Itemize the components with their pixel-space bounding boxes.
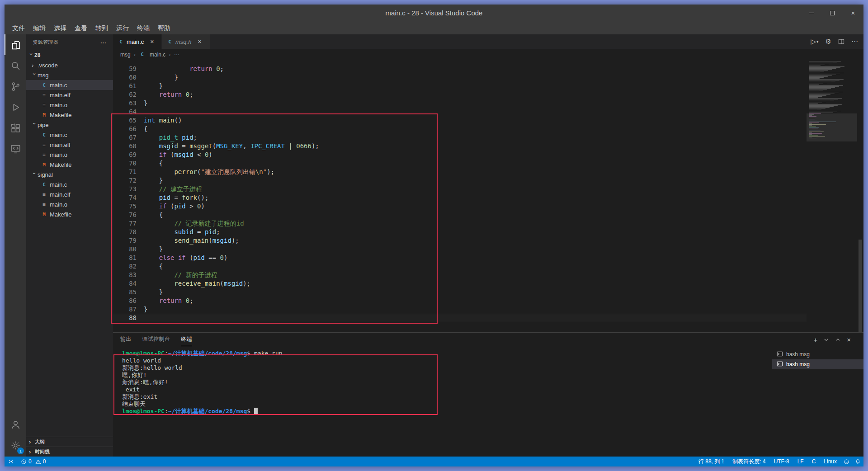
close-panel-icon[interactable]: × <box>847 336 851 344</box>
code-line-86[interactable]: 86 return 0; <box>113 297 807 305</box>
file-main.c[interactable]: Cmain.c <box>26 179 113 189</box>
code-line-79[interactable]: 79 send_main(msgid); <box>113 236 807 245</box>
folder-pipe[interactable]: ›pipe <box>26 120 113 130</box>
split-editor-icon[interactable] <box>838 38 844 45</box>
folder-28[interactable]: ›28 <box>26 50 113 60</box>
close-tab-icon[interactable]: × <box>198 38 201 45</box>
code-line-59[interactable]: 59 return 0; <box>113 65 807 73</box>
sidebar-section-时间线[interactable]: ›时间线 <box>26 447 113 457</box>
tab-main.c[interactable]: Cmain.c× <box>113 34 162 49</box>
extensions-icon[interactable] <box>5 118 26 138</box>
status-item-1[interactable]: 制表符长度: 4 <box>728 458 769 466</box>
status-item-2[interactable]: UTF-8 <box>770 458 793 465</box>
problems-status[interactable]: 0 0 <box>17 458 49 465</box>
status-item-3[interactable]: LF <box>793 458 808 465</box>
run-button[interactable]: ▷▾ <box>811 38 818 46</box>
search-icon[interactable] <box>5 55 26 76</box>
menu-item-7[interactable]: 帮助 <box>154 23 175 33</box>
file-main.elf[interactable]: ≡main.elf <box>26 189 113 199</box>
file-main.c[interactable]: Cmain.c <box>26 80 113 90</box>
status-item-0[interactable]: 行 88, 列 1 <box>694 458 728 466</box>
account-icon[interactable] <box>5 414 26 435</box>
code-line-83[interactable]: 83 // 新的子进程 <box>113 271 807 279</box>
breadcrumb-item-0[interactable]: msg <box>120 52 131 58</box>
maximize-panel-icon[interactable] <box>835 337 841 343</box>
gear-icon[interactable]: ⚙ <box>826 38 831 46</box>
panel-tab-终端[interactable]: 终端 <box>181 333 192 346</box>
code-line-82[interactable]: 82 { <box>113 262 807 271</box>
file-Makefile[interactable]: MMakefile <box>26 110 113 120</box>
file-Makefile[interactable]: MMakefile <box>26 160 113 170</box>
code-line-76[interactable]: 76 { <box>113 211 807 219</box>
code-line-64[interactable]: 64 <box>113 108 807 116</box>
folder-msg[interactable]: ›msg <box>26 70 113 80</box>
code-line-62[interactable]: 62 return 0; <box>113 90 807 99</box>
menu-item-2[interactable]: 选择 <box>50 23 71 33</box>
code-line-80[interactable]: 80 } <box>113 245 807 254</box>
bell-icon[interactable] <box>852 459 863 465</box>
menu-item-5[interactable]: 运行 <box>112 23 133 33</box>
more-actions-icon[interactable]: ⋯ <box>100 39 107 46</box>
panel-tab-调试控制台[interactable]: 调试控制台 <box>142 333 170 346</box>
code-line-69[interactable]: 69 if (msgid < 0) <box>113 151 807 159</box>
feedback-icon[interactable] <box>841 459 852 465</box>
menu-item-3[interactable]: 查看 <box>71 23 91 33</box>
folder-signal[interactable]: ›signal <box>26 170 113 179</box>
code-line-74[interactable]: 74 pid = fork(); <box>113 193 807 202</box>
explorer-icon[interactable] <box>5 34 26 55</box>
new-terminal-button[interactable]: + <box>813 336 817 344</box>
code-line-68[interactable]: 68 msgid = msgget(MSG_KEY, IPC_CREAT | 0… <box>113 142 807 151</box>
code-line-61[interactable]: 61 } <box>113 82 807 90</box>
folder-.vscode[interactable]: ›.vscode <box>26 60 113 70</box>
code-line-78[interactable]: 78 subid = pid; <box>113 228 807 236</box>
code-line-67[interactable]: 67 pid_t pid; <box>113 133 807 142</box>
file-main.c[interactable]: Cmain.c <box>26 130 113 140</box>
file-main.o[interactable]: ≡main.o <box>26 199 113 209</box>
file-Makefile[interactable]: MMakefile <box>26 209 113 219</box>
code-line-88[interactable]: 88 <box>113 314 807 322</box>
code-line-72[interactable]: 72 } <box>113 176 807 185</box>
sidebar-section-大纲[interactable]: ›大纲 <box>26 437 113 447</box>
chevron-down-icon[interactable] <box>823 337 829 343</box>
status-item-5[interactable]: Linux <box>820 458 841 465</box>
status-item-4[interactable]: C <box>808 458 820 465</box>
tab-msq.h[interactable]: Cmsq.h× <box>162 34 211 49</box>
editor-scrollbar[interactable] <box>857 60 863 332</box>
panel-tab-输出[interactable]: 输出 <box>120 333 132 346</box>
remote-indicator[interactable] <box>5 457 17 466</box>
close-button[interactable]: × <box>843 5 863 21</box>
code-line-66[interactable]: 66{ <box>113 125 807 133</box>
code-line-70[interactable]: 70 { <box>113 159 807 168</box>
menu-item-4[interactable]: 转到 <box>91 23 112 33</box>
file-main.elf[interactable]: ≡main.elf <box>26 140 113 150</box>
menu-item-0[interactable]: 文件 <box>8 23 29 33</box>
menu-item-6[interactable]: 终端 <box>133 23 154 33</box>
remote-explorer-icon[interactable] <box>5 138 26 159</box>
source-control-icon[interactable] <box>5 76 26 97</box>
breadcrumb-item-2[interactable]: ⋯ <box>174 52 179 58</box>
minimize-button[interactable] <box>801 5 822 21</box>
breadcrumb-item-1[interactable]: Cmain.c <box>139 52 165 58</box>
run-debug-icon[interactable] <box>5 97 26 118</box>
file-main.o[interactable]: ≡main.o <box>26 150 113 160</box>
settings-icon[interactable]: 1 <box>5 435 26 456</box>
minimap-slider[interactable] <box>807 113 857 141</box>
code-line-75[interactable]: 75 if (pid > 0) <box>113 202 807 211</box>
code-line-63[interactable]: 63} <box>113 99 807 108</box>
file-main.o[interactable]: ≡main.o <box>26 100 113 110</box>
code-line-84[interactable]: 84 receive_main(msgid); <box>113 279 807 288</box>
code-line-65[interactable]: 65int main() <box>113 116 807 125</box>
minimap[interactable] <box>807 60 857 332</box>
breadcrumb[interactable]: msg›Cmain.c›⋯ <box>113 49 863 60</box>
code-line-81[interactable]: 81 else if (pid == 0) <box>113 254 807 262</box>
code-line-85[interactable]: 85 } <box>113 288 807 297</box>
more-actions-icon[interactable]: ⋯ <box>851 38 858 46</box>
terminal-list-item-0[interactable]: bash msg <box>772 349 863 359</box>
file-main.elf[interactable]: ≡main.elf <box>26 90 113 100</box>
code-line-87[interactable]: 87} <box>113 305 807 314</box>
code-line-77[interactable]: 77 // 记录新建子进程的id <box>113 219 807 228</box>
menu-item-1[interactable]: 编辑 <box>29 23 50 33</box>
maximize-button[interactable] <box>822 5 843 21</box>
terminal-list-item-1[interactable]: bash msg <box>772 359 863 369</box>
code-editor[interactable]: 59 return 0;60 }61 }62 return 0;63}6465i… <box>113 60 863 332</box>
